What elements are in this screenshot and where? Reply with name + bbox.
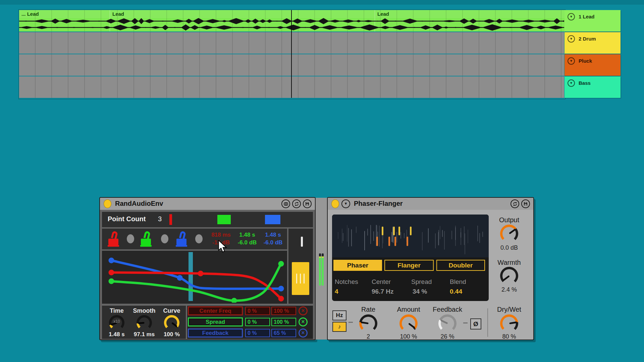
curve-value[interactable]: 100 %	[158, 331, 186, 338]
spectrum-line	[468, 230, 468, 244]
track-header-drum[interactable]: ▼ 2 Drum	[565, 32, 621, 54]
blue-time-value[interactable]: 1.48 s	[260, 231, 286, 239]
red-time-value[interactable]: 818 ms	[208, 231, 234, 239]
device-title-bar[interactable]: RandAudioEnv	[100, 198, 315, 210]
point-count-value[interactable]: 3	[158, 215, 162, 223]
fold-chevron-icon[interactable]: ▼	[568, 79, 575, 87]
warmth-value[interactable]: 2.4 %	[489, 286, 529, 293]
device-meter-strip	[316, 198, 327, 340]
ableton-live-window: ... Lead Lead Lead ▼ 1 Lead ▼ 2 Drum	[0, 0, 644, 362]
track-header-panel: ▼ 1 Lead ▼ 2 Drum ▼ Pluck ▼ Bass	[565, 10, 621, 98]
arrangement-timeline[interactable]: ... Lead Lead Lead	[19, 10, 565, 98]
smooth-value[interactable]: 97.1 ms	[130, 331, 158, 338]
output-knob[interactable]	[500, 225, 518, 243]
spectrum-line	[455, 227, 456, 240]
mod-max-field[interactable]: 100 %	[271, 307, 296, 315]
mod-target-button[interactable]: Feedback	[188, 328, 243, 338]
clear-mapping-button[interactable]: ×	[299, 328, 308, 338]
green-channel-swatch[interactable]	[217, 215, 231, 224]
blend-value[interactable]: 0.44	[450, 288, 462, 295]
feedback-value[interactable]: 26 %	[427, 333, 468, 340]
mod-max-field[interactable]: 100 %	[271, 318, 296, 326]
blue-gain-value[interactable]: -6.0 dB	[260, 239, 286, 246]
time-value[interactable]: 1.48 s	[103, 331, 131, 338]
tab-flanger[interactable]: Flanger	[384, 260, 434, 271]
mod-min-field[interactable]: 0 %	[245, 307, 270, 315]
randomize-button[interactable]	[127, 234, 134, 243]
spectrum-line	[338, 232, 338, 239]
warmth-knob[interactable]	[500, 267, 518, 285]
spectrum-line	[477, 226, 478, 241]
feedback-knob[interactable]	[438, 314, 457, 333]
fold-chevron-icon[interactable]: ▼	[568, 13, 575, 20]
rate-hz-mode-button[interactable]: Hz	[332, 310, 346, 320]
track-name: Pluck	[579, 58, 592, 64]
green-channel-values[interactable]: 1.48 s -6.0 dB	[234, 231, 260, 246]
spectrum-line	[396, 232, 397, 243]
envelope-curves[interactable]	[103, 252, 286, 303]
save-preset-icon[interactable]	[521, 199, 530, 208]
point-count-row: Point Count 3	[102, 212, 313, 227]
center-value[interactable]: 96.7 Hz	[372, 288, 393, 295]
spectrum-line	[342, 229, 342, 243]
top-shade	[0, 0, 644, 5]
rate-knob[interactable]	[359, 314, 377, 333]
arrangement-playhead[interactable]	[291, 10, 292, 98]
blue-lock-icon[interactable]	[176, 231, 187, 247]
spread-value[interactable]: 34 %	[413, 288, 427, 295]
mod-min-field[interactable]: 0 %	[245, 329, 270, 337]
mod-target-button[interactable]: Spread	[188, 317, 243, 326]
device-activator-button[interactable]	[104, 199, 111, 208]
green-lock-icon[interactable]	[141, 231, 152, 247]
rate-value[interactable]: 2	[348, 333, 388, 340]
loop-icon[interactable]	[281, 199, 290, 208]
curve-knob[interactable]	[164, 315, 179, 330]
time-knob[interactable]: x10	[109, 315, 124, 330]
phase-invert-button[interactable]: Ø	[470, 318, 481, 329]
tab-doubler[interactable]: Doubler	[436, 260, 485, 271]
device-activator-button[interactable]	[331, 199, 339, 208]
blue-channel-swatch[interactable]	[265, 215, 280, 224]
save-preset-icon[interactable]	[303, 199, 312, 208]
fold-chevron-icon[interactable]: ▼	[568, 57, 575, 65]
blue-channel-values[interactable]: 1.48 s -6.0 dB	[260, 231, 286, 246]
notches-value[interactable]: 4	[335, 288, 338, 295]
spectrum-line	[400, 232, 401, 239]
time-label: Time	[103, 307, 131, 314]
mod-min-field[interactable]: 0 %	[245, 318, 270, 326]
track-header-bass[interactable]: ▼ Bass	[565, 76, 621, 98]
amount-knob[interactable]	[399, 314, 418, 333]
mod-target-button[interactable]: Center Freq	[188, 306, 243, 315]
green-gain-value[interactable]: -6.0 dB	[234, 239, 260, 246]
device-title: Phaser-Flanger	[354, 200, 403, 207]
dry-wet-value[interactable]: 80 %	[489, 333, 529, 340]
track-header-lead[interactable]: ▼ 1 Lead	[565, 10, 621, 32]
green-time-value[interactable]: 1.48 s	[234, 231, 260, 239]
section-divider	[487, 308, 488, 337]
mini-slider[interactable]	[301, 237, 303, 247]
amount-value[interactable]: 100 %	[388, 333, 429, 340]
device-fold-button[interactable]: ▼	[341, 199, 350, 208]
randomize-button[interactable]	[161, 234, 168, 243]
clear-mapping-button[interactable]: ×	[299, 306, 308, 315]
output-value[interactable]: 0.0 dB	[489, 244, 529, 251]
drag-handle[interactable]	[292, 262, 309, 295]
envelope-graph[interactable]	[102, 251, 287, 304]
red-lock-icon[interactable]	[108, 231, 119, 247]
hot-swap-icon[interactable]	[292, 199, 301, 208]
rate-sync-mode-button[interactable]: ♪	[332, 322, 346, 332]
smooth-knob[interactable]	[137, 315, 152, 330]
point-count-slider[interactable]	[169, 214, 172, 225]
spectrum-line	[435, 233, 436, 248]
mod-max-field[interactable]: 65 %	[271, 329, 296, 337]
fold-chevron-icon[interactable]: ▼	[568, 35, 575, 43]
clear-mapping-button[interactable]: ×	[299, 317, 308, 326]
lock-body	[108, 239, 118, 245]
dry-wet-knob[interactable]	[500, 314, 518, 333]
randomize-button[interactable]	[195, 234, 203, 243]
dry-wet-label: Dry/Wet	[489, 306, 529, 313]
hot-swap-icon[interactable]	[511, 199, 519, 208]
track-header-pluck[interactable]: ▼ Pluck	[565, 54, 621, 76]
device-title-bar[interactable]: ▼ Phaser-Flanger	[328, 198, 533, 210]
tab-phaser[interactable]: Phaser	[333, 260, 382, 271]
